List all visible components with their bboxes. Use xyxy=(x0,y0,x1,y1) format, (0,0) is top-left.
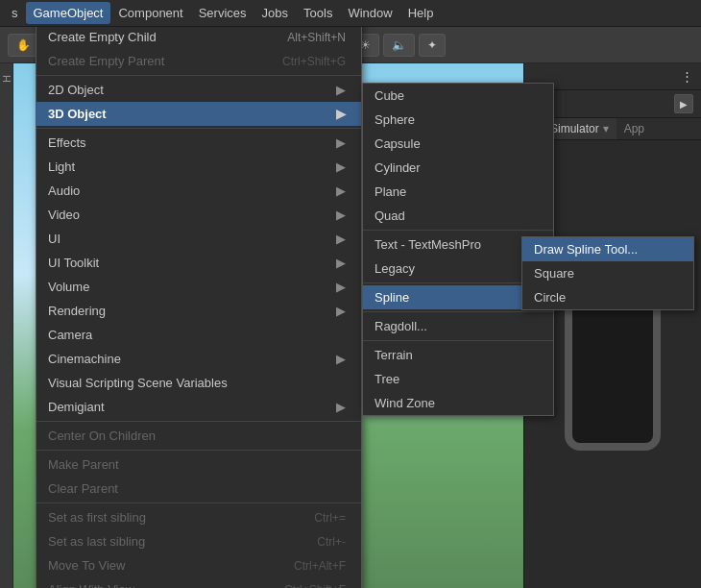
menubar: s GameObject Component Services Jobs Too… xyxy=(0,0,701,27)
volume-item[interactable]: Volume ▶ xyxy=(36,275,361,299)
effects-item[interactable]: Effects ▶ xyxy=(36,131,361,155)
make-parent-item: Make Parent xyxy=(36,453,361,477)
menubar-item-component[interactable]: Component xyxy=(110,2,190,24)
gameobject-menu: Create Empty Ctrl+Shift+N Create Empty C… xyxy=(36,0,362,588)
cylinder-item[interactable]: Cylinder xyxy=(363,156,553,180)
2d-object-item[interactable]: 2D Object ▶ xyxy=(36,78,361,102)
left-panel: H xyxy=(0,63,13,588)
visual-scripting-item[interactable]: Visual Scripting Scene Variables xyxy=(36,371,361,395)
rendering-item[interactable]: Rendering ▶ xyxy=(36,299,361,323)
simulator-dropdown-icon[interactable]: ▾ xyxy=(603,122,609,135)
draw-spline-tool-item[interactable]: Draw Spline Tool... xyxy=(522,237,693,261)
move-to-view-item: Move To View Ctrl+Alt+F xyxy=(36,553,361,577)
plane-item[interactable]: Plane xyxy=(363,180,553,204)
square-item[interactable]: Square xyxy=(522,261,693,285)
simulator-tab[interactable]: Simulator xyxy=(550,122,599,135)
video-item[interactable]: Video ▶ xyxy=(36,203,361,227)
fx-toggle[interactable]: ✦ xyxy=(419,34,446,57)
3d-sep-3 xyxy=(363,311,553,312)
menu-sep-5 xyxy=(36,502,361,503)
quad-item[interactable]: Quad xyxy=(363,204,553,228)
gameobject-menu-panel: Create Empty Ctrl+Shift+N Create Empty C… xyxy=(36,0,362,588)
menubar-item-s[interactable]: s xyxy=(4,2,26,24)
3d-sep-1 xyxy=(363,230,553,231)
capsule-item[interactable]: Capsule xyxy=(363,132,553,156)
menu-sep-1 xyxy=(36,75,361,76)
clear-parent-item: Clear Parent xyxy=(36,477,361,501)
terrain-item[interactable]: Terrain xyxy=(363,343,553,367)
ragdoll-item[interactable]: Ragdoll... xyxy=(363,314,553,338)
align-with-view-item: Align With View Ctrl+Shift+F xyxy=(36,577,361,588)
cube-item[interactable]: Cube xyxy=(363,84,553,108)
menu-sep-3 xyxy=(36,421,361,422)
create-empty-parent-item: Create Empty Parent Ctrl+Shift+G xyxy=(36,49,361,73)
hierarchy-tab[interactable]: H xyxy=(0,71,14,86)
menubar-item-tools[interactable]: Tools xyxy=(296,2,340,24)
menubar-item-window[interactable]: Window xyxy=(340,2,399,24)
camera-item[interactable]: Camera xyxy=(36,323,361,347)
menu-sep-2 xyxy=(36,128,361,129)
center-on-children-item: Center On Children xyxy=(36,424,361,448)
windzone-item[interactable]: Wind Zone xyxy=(363,391,553,415)
menubar-item-services[interactable]: Services xyxy=(191,2,254,24)
more-options-btn[interactable]: ⋮ xyxy=(681,69,693,84)
set-first-sibling-item: Set as first sibling Ctrl+= xyxy=(36,505,361,529)
spline-menu-panel: Draw Spline Tool... Square Circle xyxy=(521,236,694,310)
menubar-item-help[interactable]: Help xyxy=(400,2,442,24)
tree-item[interactable]: Tree xyxy=(363,367,553,391)
menubar-item-jobs[interactable]: Jobs xyxy=(254,2,296,24)
menu-sep-4 xyxy=(36,450,361,451)
ui-item[interactable]: UI ▶ xyxy=(36,227,361,251)
audio-toggle[interactable]: 🔈 xyxy=(383,34,415,57)
app-tab[interactable]: App xyxy=(624,122,644,135)
light-item[interactable]: Light ▶ xyxy=(36,155,361,179)
3d-sep-4 xyxy=(363,340,553,341)
cinemachine-item[interactable]: Cinemachine ▶ xyxy=(36,347,361,371)
sphere-item[interactable]: Sphere xyxy=(363,108,553,132)
ui-toolkit-item[interactable]: UI Toolkit ▶ xyxy=(36,251,361,275)
circle-item[interactable]: Circle xyxy=(522,285,693,309)
demigiant-item[interactable]: Demigiant ▶ xyxy=(36,395,361,419)
set-last-sibling-item: Set as last sibling Ctrl+- xyxy=(36,529,361,553)
play-button[interactable]: ▶ xyxy=(674,94,693,113)
3d-object-item[interactable]: 3D Object ▶ xyxy=(36,102,361,126)
menubar-item-gameobject[interactable]: GameObject xyxy=(26,2,111,24)
spline-submenu: Draw Spline Tool... Square Circle xyxy=(521,236,694,310)
create-empty-child-item[interactable]: Create Empty Child Alt+Shift+N xyxy=(36,25,361,49)
audio-item[interactable]: Audio ▶ xyxy=(36,179,361,203)
